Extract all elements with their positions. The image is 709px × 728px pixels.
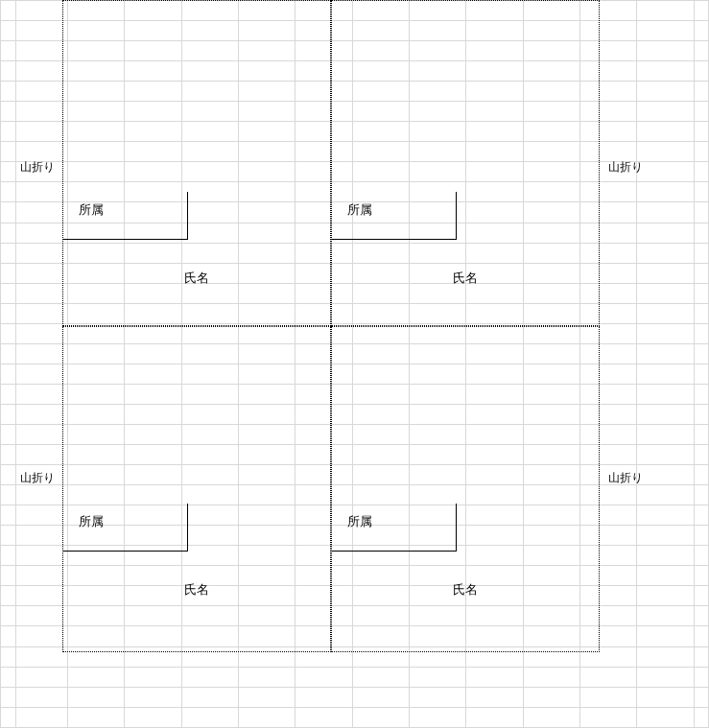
spreadsheet-sheet: 山折り 山折り 山折り 山折り 所属 所属 所属 所属 氏名 氏名 氏名 氏名 [0, 0, 709, 728]
spreadsheet-grid [0, 0, 709, 728]
